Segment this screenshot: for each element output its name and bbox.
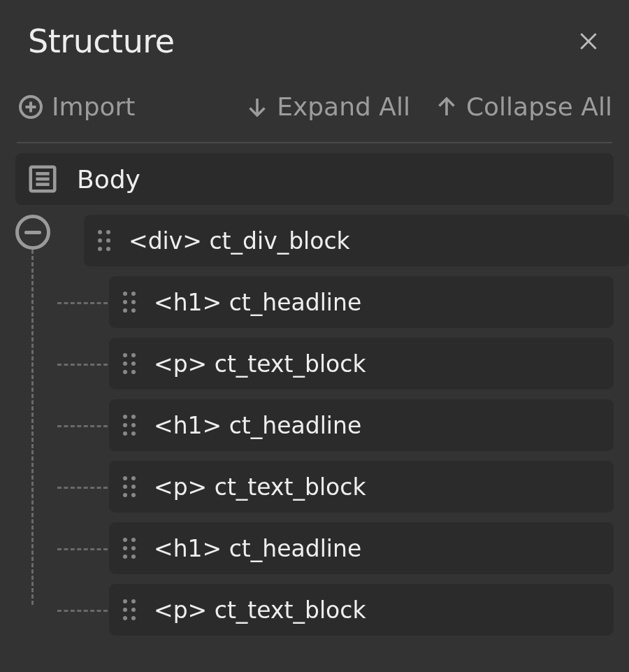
body-icon <box>25 162 60 196</box>
drag-handle-icon[interactable] <box>123 292 136 313</box>
expand-all-label: Expand All <box>277 92 410 121</box>
tree-node-wrap: <p> ct_text_block <box>57 338 614 389</box>
drag-handle-icon[interactable] <box>98 230 110 251</box>
collapse-toggle[interactable] <box>15 215 50 250</box>
tree-connector-vertical <box>31 250 34 605</box>
tree-node-wrap: <h1> ct_headline <box>57 522 614 574</box>
tree-node-label: Body <box>77 165 140 194</box>
plus-circle-icon <box>17 93 45 121</box>
tree-node-label: <div> ct_div_block <box>129 227 350 255</box>
panel-title: Structure <box>28 22 175 60</box>
tree-node-wrap: <p> ct_text_block <box>57 461 614 513</box>
panel-toolbar: Import Expand All Collapse All <box>17 84 612 143</box>
tree-node[interactable]: <h1> ct_headline <box>109 399 614 451</box>
drag-handle-icon[interactable] <box>123 353 136 374</box>
tree-node[interactable]: <h1> ct_headline <box>109 276 614 328</box>
minus-icon <box>24 231 41 234</box>
tree-connector-horizontal <box>57 338 108 389</box>
drag-handle-icon[interactable] <box>123 538 136 559</box>
tree-children: <div> ct_div_block <h1> ct_headline <box>15 215 614 636</box>
tree-node-wrap: <h1> ct_headline <box>57 276 614 328</box>
panel-header: Structure <box>15 13 614 84</box>
arrow-down-icon <box>245 94 270 120</box>
collapse-all-label: Collapse All <box>466 92 612 121</box>
collapse-all-button[interactable]: Collapse All <box>434 92 612 121</box>
tree-toggle-column <box>15 215 50 605</box>
expand-all-button[interactable]: Expand All <box>245 92 410 121</box>
tree-node-label: <h1> ct_headline <box>154 289 361 316</box>
tree-node[interactable]: <h1> ct_headline <box>109 522 614 574</box>
close-button[interactable] <box>576 29 601 54</box>
arrow-up-icon <box>434 94 459 120</box>
import-label: Import <box>52 92 135 121</box>
tree-node-label: <p> ct_text_block <box>154 596 366 624</box>
tree-node[interactable]: <p> ct_text_block <box>109 338 614 389</box>
tree-node-body[interactable]: Body <box>15 153 614 205</box>
drag-handle-icon[interactable] <box>123 415 136 436</box>
tree-node-label: <h1> ct_headline <box>154 412 361 439</box>
structure-panel: Structure Import Expand All Collapse Al <box>0 0 629 636</box>
tree-grandchildren: <h1> ct_headline <p> ct_text_block <box>57 276 614 636</box>
tree-node-label: <p> ct_text_block <box>154 350 366 378</box>
import-button[interactable]: Import <box>17 92 135 121</box>
tree-connector-horizontal <box>57 399 108 451</box>
tree-connector-horizontal <box>57 276 108 328</box>
close-icon <box>577 30 600 52</box>
tree-node-label: <p> ct_text_block <box>154 473 366 501</box>
tree-connector-horizontal <box>57 461 108 513</box>
drag-handle-icon[interactable] <box>123 599 136 620</box>
tree-node[interactable]: <p> ct_text_block <box>109 461 614 513</box>
tree-node-wrap: <p> ct_text_block <box>57 584 614 636</box>
tree-node[interactable]: <p> ct_text_block <box>109 584 614 636</box>
drag-handle-icon[interactable] <box>123 476 136 497</box>
tree-connector-horizontal <box>57 522 108 574</box>
tree: Body <div> ct_div_block <box>15 143 614 636</box>
tree-node-wrap: <div> ct_div_block <box>84 215 614 266</box>
tree-node-div-block[interactable]: <div> ct_div_block <box>84 215 629 266</box>
tree-node-label: <h1> ct_headline <box>154 535 361 562</box>
tree-node-wrap: <h1> ct_headline <box>57 399 614 451</box>
tree-connector-horizontal <box>57 584 108 636</box>
